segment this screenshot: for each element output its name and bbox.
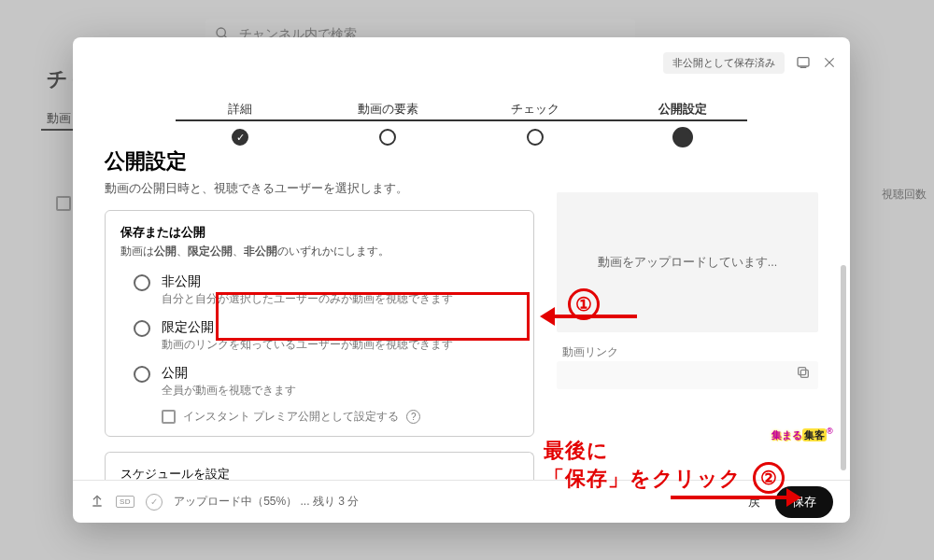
step-checks[interactable]: チェック	[461, 101, 609, 118]
check-circle-icon: ✓	[146, 494, 163, 511]
option-public[interactable]: 公開 全員が動画を視聴できます	[120, 359, 518, 405]
visibility-card: 保存または公開 動画は公開、限定公開、非公開のいずれかにします。 非公開 自分と…	[105, 210, 534, 437]
option-title: 非公開	[162, 273, 453, 290]
video-link-row[interactable]	[557, 361, 818, 389]
step-label: 詳細	[228, 102, 252, 116]
video-thumbnail-placeholder: 動画をアップロードしています...	[557, 192, 818, 332]
schedule-card[interactable]: スケジュールを設定	[105, 452, 534, 480]
save-button[interactable]: 保存	[775, 486, 833, 518]
step-label: 動画の要素	[358, 102, 418, 116]
step-elements[interactable]: 動画の要素	[314, 101, 461, 118]
stepper: 詳細 ✓ 動画の要素 チェック 公開設定	[73, 84, 850, 134]
option-unlisted[interactable]: 限定公開 動画のリンクを知っているユーザーが動画を視聴できます	[120, 314, 518, 359]
modal-footer: SD ✓ アップロード中（55%） ... 残り 3 分 戻 保存	[73, 480, 850, 523]
step-label: チェック	[511, 102, 559, 116]
stepper-line	[176, 119, 747, 121]
modal-header: 非公開として保存済み	[73, 37, 850, 88]
radio-icon	[134, 320, 150, 337]
svg-rect-2	[798, 58, 809, 66]
step-details[interactable]: 詳細 ✓	[166, 101, 314, 118]
back-button[interactable]: 戻	[748, 494, 760, 511]
instant-label: インスタント プレミア公開として設定する	[183, 409, 399, 425]
sd-badge: SD	[116, 496, 134, 508]
svg-rect-5	[800, 370, 808, 377]
step-label: 公開設定	[658, 102, 707, 116]
option-desc: 自分と自分が選択したユーザーのみが動画を視聴できます	[162, 292, 453, 306]
option-title: 公開	[162, 365, 296, 382]
svg-rect-6	[799, 368, 806, 375]
option-title: 限定公開	[162, 319, 453, 336]
scrollbar[interactable]	[841, 265, 846, 470]
radio-icon	[134, 366, 150, 383]
copy-icon[interactable]	[796, 365, 811, 384]
section-title: 公開設定	[105, 147, 540, 175]
help-icon[interactable]: ?	[406, 410, 420, 424]
upload-visibility-modal: 非公開として保存済み 詳細 ✓ 動画の要素 チェック 公開設定 公開設定 動画	[73, 37, 850, 523]
section-subtitle: 動画の公開日時と、視聴できるユーザーを選択します。	[105, 181, 540, 197]
radio-icon	[134, 274, 150, 291]
checkbox-icon	[162, 410, 176, 424]
feedback-icon[interactable]	[796, 55, 811, 70]
schedule-title: スケジュールを設定	[120, 467, 230, 480]
close-icon[interactable]	[822, 55, 837, 70]
saved-status-pill: 非公開として保存済み	[663, 52, 785, 74]
option-desc: 全員が動画を視聴できます	[162, 384, 296, 398]
instant-premiere-row[interactable]: インスタント プレミア公開として設定する ?	[120, 405, 518, 427]
video-link-label: 動画リンク	[562, 345, 818, 359]
card-title: 保存または公開	[120, 224, 518, 241]
option-desc: 動画のリンクを知っているユーザーが動画を視聴できます	[162, 338, 453, 352]
uploading-text: 動画をアップロードしています...	[598, 255, 777, 271]
card-note: 動画は公開、限定公開、非公開のいずれかにします。	[120, 245, 518, 259]
upload-status-text: アップロード中（55%） ... 残り 3 分	[174, 494, 359, 510]
step-visibility[interactable]: 公開設定	[609, 101, 757, 118]
option-private[interactable]: 非公開 自分と自分が選択したユーザーのみが動画を視聴できます	[120, 268, 518, 314]
upload-arrow-icon	[90, 493, 105, 511]
